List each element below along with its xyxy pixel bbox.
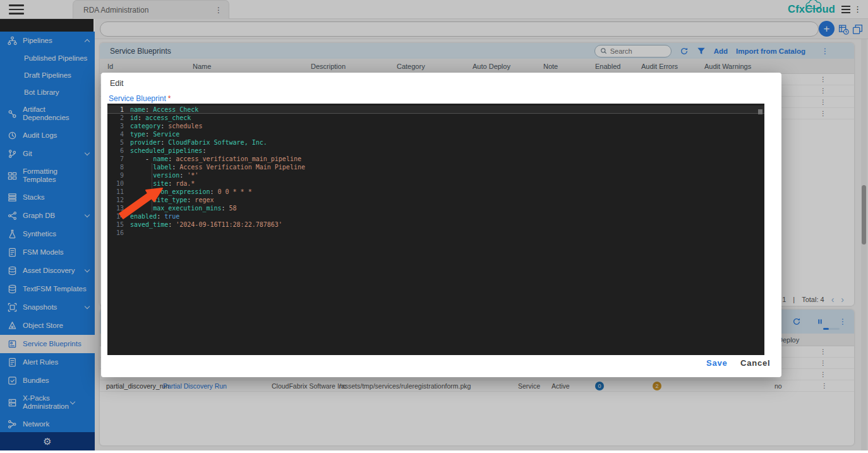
edit-modal: Edit Service Blueprint* 1name: Access Ch… bbox=[101, 73, 781, 377]
yaml-code-editor[interactable]: 1name: Access Check2id: access_check3cat… bbox=[107, 104, 764, 355]
editor-scrollbar-thumb[interactable] bbox=[758, 109, 763, 114]
line-content bbox=[130, 229, 764, 237]
line-number: 2 bbox=[107, 114, 130, 122]
code-line: 16 bbox=[107, 229, 764, 237]
line-content: type: Service bbox=[130, 130, 764, 138]
line-content: scheduled_pipelines: bbox=[130, 147, 764, 155]
code-line: 14enabled: true bbox=[107, 212, 764, 220]
line-number: 13 bbox=[107, 204, 130, 212]
line-content: saved_time: '2024-09-16T11:28:22.787863' bbox=[130, 220, 764, 229]
code-line: 7 - name: access_verification_main_pipel… bbox=[107, 155, 764, 163]
code-line: 4type: Service bbox=[107, 130, 764, 138]
line-number: 4 bbox=[107, 130, 130, 138]
line-content: max_execution_mins: 58 bbox=[130, 204, 764, 212]
code-line: 3category: schedules bbox=[107, 122, 764, 130]
line-content: site: rda.* bbox=[130, 179, 764, 188]
line-number: 12 bbox=[107, 196, 130, 204]
line-number: 6 bbox=[107, 147, 130, 155]
line-content: category: schedules bbox=[130, 122, 764, 130]
line-number: 14 bbox=[107, 212, 130, 220]
line-number: 8 bbox=[107, 163, 130, 171]
line-number: 7 bbox=[107, 155, 130, 163]
line-number: 1 bbox=[107, 106, 130, 113]
line-number: 3 bbox=[107, 122, 130, 130]
line-content: id: access_check bbox=[130, 114, 764, 122]
field-label: Service Blueprint* bbox=[109, 94, 171, 103]
line-number: 5 bbox=[107, 138, 130, 147]
line-content: enabled: true bbox=[130, 212, 764, 220]
code-line: 1name: Access Check bbox=[107, 106, 764, 114]
cancel-button[interactable]: Cancel bbox=[740, 358, 770, 368]
code-line: 5provider: CloudFabrix Software, Inc. bbox=[107, 138, 764, 147]
line-number: 15 bbox=[107, 220, 130, 229]
line-number: 9 bbox=[107, 171, 130, 179]
code-line: 8 label: Access Verification Main Pipeli… bbox=[107, 163, 764, 171]
modal-title: Edit bbox=[110, 79, 124, 88]
code-line: 12 site_type: regex bbox=[107, 196, 764, 204]
code-line: 15saved_time: '2024-09-16T11:28:22.78786… bbox=[107, 220, 764, 229]
code-line: 6scheduled_pipelines: bbox=[107, 147, 764, 155]
line-number: 11 bbox=[107, 188, 130, 196]
line-content: version: '*' bbox=[130, 171, 764, 179]
line-content: label: Access Verification Main Pipeline bbox=[130, 163, 764, 171]
line-content: name: Access Check bbox=[130, 106, 764, 113]
line-content: provider: CloudFabrix Software, Inc. bbox=[130, 138, 764, 147]
line-number: 16 bbox=[107, 229, 130, 237]
code-line: 11 cron_expression: 0 0 * * * bbox=[107, 188, 764, 196]
line-content: cron_expression: 0 0 * * * bbox=[130, 188, 764, 196]
required-mark: * bbox=[168, 94, 171, 103]
code-line: 9 version: '*' bbox=[107, 171, 764, 179]
save-button[interactable]: Save bbox=[706, 358, 728, 368]
line-content: site_type: regex bbox=[130, 196, 764, 204]
line-number: 10 bbox=[107, 179, 130, 188]
code-line: 13 max_execution_mins: 58 bbox=[107, 204, 764, 212]
code-line: 2id: access_check bbox=[107, 114, 764, 122]
code-line: 10 site: rda.* bbox=[107, 179, 764, 188]
line-content: - name: access_verification_main_pipelin… bbox=[130, 155, 764, 163]
